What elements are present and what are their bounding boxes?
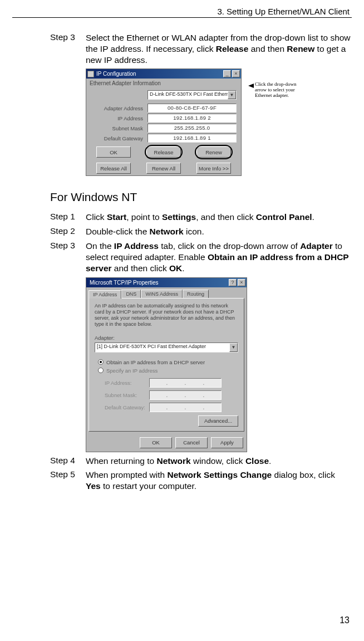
chevron-down-icon[interactable]: ▼ bbox=[229, 343, 238, 352]
text: On the bbox=[86, 241, 114, 251]
bold: Adapter bbox=[300, 241, 333, 251]
value: 192.168.1.89 2 bbox=[147, 114, 237, 123]
dropdown-text: D-Link DFE-530TX PCI Fast Etherne bbox=[148, 91, 228, 99]
step-label: Step 4 bbox=[50, 456, 86, 467]
running-header: 3. Setting Up Ethernet/WLAN Client bbox=[12, 7, 352, 18]
radio-specify[interactable]: Specify an IP address bbox=[98, 368, 238, 374]
radio-icon[interactable] bbox=[98, 368, 104, 373]
ip-field[interactable]: ... bbox=[149, 403, 222, 412]
radio-label: Specify an IP address bbox=[106, 368, 158, 374]
label: IP Address: bbox=[105, 380, 149, 386]
text: and then bbox=[248, 44, 287, 53]
text: , and then click bbox=[196, 212, 256, 222]
tab-strip: IP Address DNS WINS Address Routing bbox=[86, 287, 247, 298]
bold: Close bbox=[245, 456, 269, 466]
more-info-button[interactable]: More Info >> bbox=[196, 163, 231, 174]
step-label: Step 5 bbox=[50, 469, 86, 492]
ip-grid: IP Address: ... Subnet Mask: ... bbox=[105, 378, 238, 412]
tab-routing[interactable]: Routing bbox=[183, 290, 209, 298]
step-body: Click Start, point to Settings, and then… bbox=[86, 212, 352, 223]
ip-row-mask: Subnet Mask: ... bbox=[105, 390, 238, 400]
window-icon bbox=[87, 71, 94, 77]
chevron-down-icon[interactable]: ▼ bbox=[228, 91, 236, 99]
radio-dhcp[interactable]: Obtain an IP address from a DHCP server bbox=[98, 359, 238, 365]
renew-all-button[interactable]: Renew All bbox=[146, 163, 181, 174]
step-nt-5: Step 5 When prompted with Network Settin… bbox=[50, 469, 352, 492]
bold: Renew bbox=[287, 44, 314, 53]
bold: Control Panel bbox=[256, 212, 312, 222]
text: Click the drop-down bbox=[255, 81, 297, 87]
section-heading: For Windows NT bbox=[50, 190, 352, 204]
release-button[interactable]: Release bbox=[146, 146, 181, 158]
bold: Start bbox=[107, 212, 126, 222]
step-body: When prompted with Network Settings Chan… bbox=[86, 469, 352, 492]
label: Subnet Mask bbox=[91, 125, 147, 131]
label: Default Gateway bbox=[91, 135, 147, 141]
bold: Yes bbox=[86, 481, 101, 491]
description-text: An IP address can be automatically assig… bbox=[95, 303, 238, 328]
step-label: Step 3 bbox=[50, 241, 86, 273]
text: icon. bbox=[184, 227, 204, 236]
apply-button[interactable]: Apply bbox=[211, 437, 243, 448]
page: 3. Setting Up Ethernet/WLAN Client Step … bbox=[0, 0, 364, 641]
text: Ethernet adapter. bbox=[255, 92, 289, 98]
minimize-button[interactable]: _ bbox=[223, 70, 231, 77]
value: 255.255.255.0 bbox=[147, 124, 237, 133]
ip-row-gw: Default Gateway: ... bbox=[105, 403, 238, 412]
label: Default Gateway: bbox=[105, 404, 149, 410]
label: IP Address bbox=[91, 115, 147, 121]
cancel-button[interactable]: Cancel bbox=[175, 437, 208, 448]
adapter-dropdown[interactable]: D-Link DFE-530TX PCI Fast Etherne ▼ bbox=[147, 90, 237, 100]
info-row-mac: Adapter Address 00-80-C8-EF-67-9F bbox=[86, 103, 241, 113]
renew-button[interactable]: Renew bbox=[196, 146, 231, 158]
text: window, click bbox=[191, 456, 245, 466]
ok-button[interactable]: OK bbox=[140, 437, 172, 448]
ip-field[interactable]: ... bbox=[149, 390, 222, 400]
titlebar[interactable]: IP Configuration _ × bbox=[86, 69, 241, 79]
adapter-row: D-Link DFE-530TX PCI Fast Etherne ▼ bbox=[86, 88, 241, 103]
page-number: 13 bbox=[340, 615, 350, 625]
advanced-row: Advanced... bbox=[95, 415, 238, 427]
tcpip-window: Microsoft TCP/IP Properties ? × IP Addre… bbox=[86, 277, 247, 452]
step-label: Step 2 bbox=[50, 226, 86, 237]
titlebar[interactable]: Microsoft TCP/IP Properties ? × bbox=[86, 278, 247, 287]
bold: OK bbox=[169, 263, 182, 273]
ip-field[interactable]: ... bbox=[149, 378, 222, 388]
radio-icon[interactable] bbox=[98, 359, 104, 365]
tab-ip-address[interactable]: IP Address bbox=[88, 290, 121, 299]
close-button[interactable]: × bbox=[238, 279, 245, 286]
value: 192.168.1.89 1 bbox=[147, 134, 237, 143]
close-button[interactable]: × bbox=[232, 70, 240, 77]
tab-wins[interactable]: WINS Address bbox=[141, 290, 183, 298]
dialog-buttons: OK Cancel Apply bbox=[86, 434, 247, 452]
radio-label: Obtain an IP address from a DHCP server bbox=[106, 359, 205, 365]
ok-button[interactable]: OK bbox=[96, 146, 131, 158]
text: Click bbox=[86, 212, 107, 222]
text: and then click bbox=[112, 263, 169, 273]
text: When prompted with bbox=[86, 470, 167, 479]
step-nt-3: Step 3 On the IP Address tab, click on t… bbox=[50, 241, 352, 273]
step-nt-1: Step 1 Click Start, point to Settings, a… bbox=[50, 212, 352, 223]
bold: Network bbox=[157, 456, 191, 466]
release-all-button[interactable]: Release All bbox=[96, 163, 131, 174]
advanced-button[interactable]: Advanced... bbox=[198, 415, 238, 427]
button-row-1: OK Release Renew bbox=[86, 143, 241, 159]
step-body: When returning to Network window, click … bbox=[86, 456, 352, 467]
text: . bbox=[312, 212, 314, 222]
callout-text: Click the drop-down arrow to select your… bbox=[255, 82, 305, 99]
step-label: Step 3 bbox=[50, 32, 86, 65]
bold: Network bbox=[150, 227, 184, 236]
label: Adapter Address bbox=[91, 105, 147, 111]
text: to restart your computer. bbox=[101, 481, 196, 491]
bold: Network Settings Change bbox=[167, 470, 272, 479]
dropdown-text: [1] D-Link DFE-530TX PCI Fast Ethernet A… bbox=[95, 343, 229, 352]
text: Double-click the bbox=[86, 227, 150, 236]
help-button[interactable]: ? bbox=[229, 279, 237, 286]
adapter-label: Adapter: bbox=[95, 335, 238, 341]
adapter-dropdown[interactable]: [1] D-Link DFE-530TX PCI Fast Ethernet A… bbox=[95, 342, 238, 353]
info-row-mask: Subnet Mask 255.255.255.0 bbox=[86, 123, 241, 133]
step-top-3: Step 3 Select the Ethernet or WLAN adapt… bbox=[50, 32, 352, 65]
bold: Release bbox=[216, 44, 249, 53]
tab-dns[interactable]: DNS bbox=[121, 290, 141, 298]
text: arrow to select your bbox=[255, 87, 295, 92]
